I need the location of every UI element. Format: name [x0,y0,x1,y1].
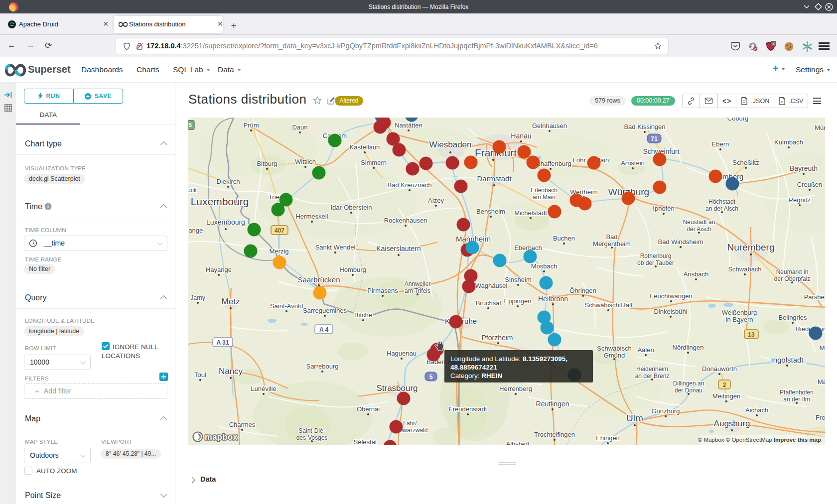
svg-text:Lunéville: Lunéville [251,385,276,392]
svg-text:13: 13 [748,331,755,338]
svg-text:Toul: Toul [194,371,206,378]
svg-text:Hagondange: Hagondange [188,227,203,234]
svg-text:Sinsheim: Sinsheim [505,276,531,283]
svg-text:Feuchtwangen: Feuchtwangen [650,292,692,300]
svg-text:Aichach: Aichach [745,406,768,414]
svg-text:Hayange: Hayange [206,266,232,273]
svg-text:A 31: A 31 [217,339,229,346]
svg-text:Aalen: Aalen [637,346,654,354]
svg-text:Haguenau: Haguenau [387,350,417,357]
svg-text:Freising: Freising [816,414,825,421]
svg-text:Sarreguemines: Sarreguemines [303,307,347,314]
svg-text:Heidenheim: Heidenheim [636,366,668,373]
svg-text:Dillingen an: Dillingen an [673,380,704,387]
svg-text:Mosbach: Mosbach [531,262,558,270]
svg-text:Luxembourg: Luxembourg [191,196,249,207]
svg-text:Bitburg: Bitburg [257,160,277,167]
svg-text:Ettelbruck: Ettelbruck [188,187,197,194]
svg-text:Neustadt an: Neustadt an [683,219,715,226]
svg-text:Eppingen: Eppingen [504,297,532,305]
svg-text:Nastätten: Nastätten [395,122,422,129]
svg-text:am Trifels: am Trifels [405,287,430,294]
svg-text:Beilngries: Beilngries [778,314,807,321]
svg-text:Meitingen: Meitingen [712,392,740,400]
svg-text:Ingolstadt: Ingolstadt [771,356,804,364]
svg-text:2: 2 [723,381,726,388]
svg-text:Iphofen: Iphofen [653,205,674,212]
svg-text:48.8859674221: 48.8859674221 [450,364,497,371]
svg-text:Prüm: Prüm [243,122,259,129]
svg-text:in Bayern: in Bayern [726,316,753,323]
svg-text:Rothenburg: Rothenburg [640,252,672,259]
svg-text:Reutlingen: Reutlingen [536,400,569,408]
svg-text:2: 2 [772,41,775,46]
svg-text:Bad Kissingen: Bad Kissingen [624,123,665,130]
svg-text:Öhringen: Öhringen [569,287,596,294]
svg-text:A 4: A 4 [319,326,329,333]
svg-text:Kastellaun: Kastellaun [350,143,380,151]
svg-text:Alzey: Alzey [428,197,444,204]
svg-text:Pirmasens: Pirmasens [367,287,398,294]
svg-text:Bad: Bad [606,233,617,241]
svg-text:Luxembourg: Luxembourg [206,218,245,226]
svg-text:Mainz: Mainz [820,344,825,352]
svg-text:Trochtelfingen: Trochtelfingen [534,431,575,438]
svg-text:Creußen: Creußen [797,181,823,188]
svg-text:Lahr/: Lahr/ [403,420,417,427]
svg-text:des-Vosges: des-Vosges [296,434,328,441]
svg-text:Rockenhausen: Rockenhausen [384,217,427,224]
svg-text:Bitche: Bitche [354,311,372,319]
svg-text:Pforzheim: Pforzheim [481,334,513,342]
svg-text:Obernai: Obernai [357,405,380,413]
svg-text:71: 71 [651,135,658,142]
svg-text:Bad Windsheim: Bad Windsheim [658,238,703,246]
svg-text:Wittlich: Wittlich [295,158,316,165]
svg-text:München: München [815,124,825,131]
svg-text:Sankt Wendel: Sankt Wendel [315,244,356,251]
svg-text:Pegnitz: Pegnitz [789,196,810,204]
svg-text:Buchen: Buchen [553,235,575,242]
svg-text:Ansbach: Ansbach [684,270,709,278]
svg-text:Diekirch: Diekirch [217,178,240,185]
svg-text:Saarbrücken: Saarbrücken [297,275,340,284]
svg-text:x: x [781,100,783,104]
svg-text:Mergentheim: Mergentheim [593,240,631,248]
svg-text:Neumarkt in: Neumarkt in [776,268,809,275]
svg-text:Freudenstadt: Freudenstadt [449,405,487,413]
svg-text:Schwäbisch: Schwäbisch [597,345,631,352]
svg-text:Merzig: Merzig [269,248,288,255]
svg-text:Longitude and Latitude: 8.1359: Longitude and Latitude: 8.1359273095, [450,355,567,363]
svg-text:Jarny: Jarny [190,294,205,301]
svg-text:Ebern: Ebern [712,140,729,148]
svg-text:Sarrebourg: Sarrebourg [306,363,338,370]
svg-text:Michelstadt: Michelstadt [514,209,547,217]
svg-text:der Oberpfalz: der Oberpfalz [774,275,811,282]
svg-text:Höchstadt: Höchstadt [708,198,736,205]
svg-text:Scheßlitz: Scheßlitz [732,159,759,166]
svg-text:5: 5 [429,374,433,380]
svg-text:Augsburg: Augsburg [714,419,750,428]
svg-text:Ulm: Ulm [626,413,643,423]
svg-text:an der Brenz: an der Brenz [635,373,670,379]
svg-text:Nuremberg: Nuremberg [727,242,774,252]
svg-text:Hanau: Hanau [511,132,531,140]
svg-text:Heilbronn: Heilbronn [538,295,568,303]
svg-text:ob der Tauber: ob der Tauber [637,259,674,266]
svg-text:© Mapbox © OpenStreetMap Impro: © Mapbox © OpenStreetMap Improve this ma… [698,437,821,443]
svg-text:Bruchsal: Bruchsal [476,299,501,307]
svg-text:Gelnhausen: Gelnhausen [532,122,567,129]
svg-text:407: 407 [275,227,284,234]
svg-text:Parsberg: Parsberg [804,293,825,301]
svg-text:Nancy: Nancy [219,367,243,376]
svg-text:Homburg: Homburg [339,266,366,273]
svg-text:Kulmbach: Kulmbach [774,138,803,146]
svg-text:Darmstadt: Darmstadt [477,174,512,183]
svg-text:Arnstein: Arnstein [621,159,645,167]
svg-text:5: 5 [189,122,192,128]
svg-text:Ehingen: Ehingen [596,434,620,442]
svg-text:Category: RHEIN: Category: RHEIN [450,372,502,379]
svg-text:Albstadt: Albstadt [506,440,530,445]
svg-text:Coburg: Coburg [727,118,749,122]
svg-text:Saint-Avold: Saint-Avold [270,302,303,310]
svg-text:mapbox: mapbox [205,432,238,441]
